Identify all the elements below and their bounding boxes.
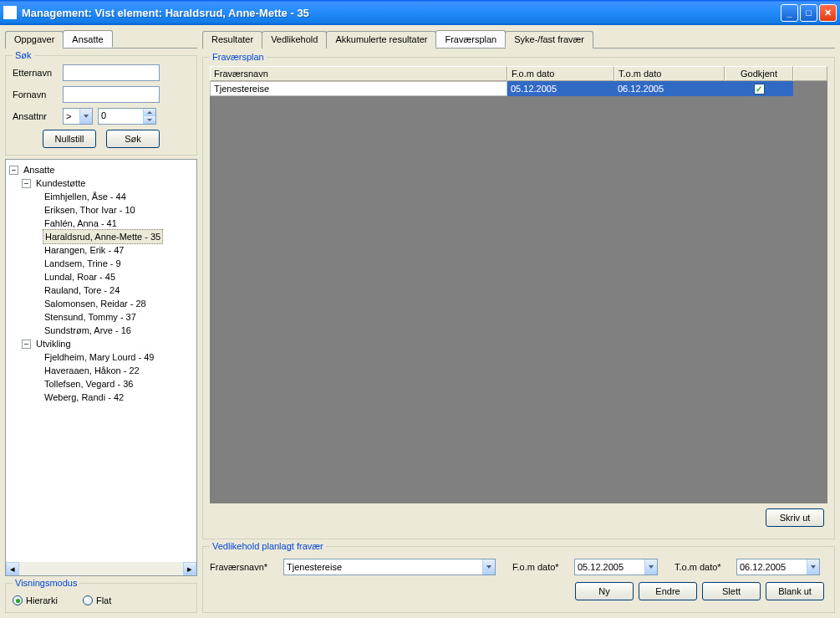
th-tom[interactable]: T.o.m dato <box>614 66 725 81</box>
maint-fieldset: Vedlikehold planlagt fravær Fraværsnavn*… <box>202 546 835 613</box>
tree-item[interactable]: Rauland, Tore - 24 <box>9 283 193 297</box>
tree-item[interactable]: Salomonsen, Reidar - 28 <box>9 297 193 310</box>
chevron-down-icon <box>807 559 819 575</box>
titlebar: ✳ Management: Vist element: Haraldsrud, … <box>0 0 840 25</box>
tree-item[interactable]: Weberg, Randi - 42 <box>9 391 193 404</box>
window-title: Management: Vist element: Haraldsrud, An… <box>22 7 781 19</box>
tree-item[interactable]: Haraldsrud, Anne-Mette - 35 <box>9 230 193 243</box>
search-legend: Søk <box>13 50 34 60</box>
tree-item[interactable]: Harangen, Erik - 47 <box>9 243 193 257</box>
fom-label: F.o.m dato* <box>512 562 566 572</box>
godkjent-checkbox[interactable] <box>754 84 765 94</box>
tree-item[interactable]: Lundal, Roar - 45 <box>9 270 193 283</box>
chevron-down-icon <box>644 559 657 575</box>
scroll-left-icon[interactable]: ◂ <box>6 562 19 575</box>
tab-fravaersplan[interactable]: Fraværsplan <box>435 30 506 48</box>
app-icon: ✳ <box>3 6 17 19</box>
spinner-up-icon[interactable] <box>143 109 155 116</box>
maint-legend: Vedlikehold planlagt fravær <box>210 541 326 551</box>
tree-item[interactable]: Sundstrøm, Arve - 16 <box>9 324 193 337</box>
tree-collapse-icon[interactable]: − <box>9 166 18 175</box>
tree-collapse-icon[interactable]: − <box>22 340 31 349</box>
ansattnr-label: Ansattnr <box>13 111 63 121</box>
radio-flat[interactable]: Flat <box>83 595 111 605</box>
tree-item[interactable]: Fahlén, Anna - 41 <box>9 217 193 230</box>
tab-vedlikehold[interactable]: Vedlikehold <box>262 31 327 49</box>
tree-item[interactable]: Stensund, Tommy - 37 <box>9 310 193 324</box>
tree-item[interactable]: Eriksen, Thor Ivar - 10 <box>9 203 193 217</box>
operator-combo[interactable]: > <box>63 108 93 125</box>
maximize-button[interactable]: □ <box>800 4 817 22</box>
tab-resultater[interactable]: Resultater <box>202 31 262 49</box>
tom-datepicker[interactable]: 06.12.2005 <box>736 559 820 575</box>
fom-datepicker[interactable]: 05.12.2005 <box>574 559 658 575</box>
ny-button[interactable]: Ny <box>575 582 634 600</box>
chevron-down-icon <box>79 109 92 124</box>
fornavn-label: Fornavn <box>13 89 63 100</box>
scrollbar-track[interactable] <box>19 562 183 575</box>
close-button[interactable]: ✕ <box>819 4 837 22</box>
tree-item[interactable]: Tollefsen, Vegard - 36 <box>9 377 193 391</box>
tom-label: T.o.m dato* <box>675 562 728 572</box>
viewmode-fieldset: Visningsmodus Hierarki Flat <box>5 583 197 613</box>
table-row[interactable]: Tjenestereise 05.12.2005 06.12.2005 <box>210 81 827 96</box>
ansattnr-spinner[interactable]: 0 <box>98 108 156 125</box>
fravaersplan-legend: Fraværsplan <box>210 52 267 62</box>
blankut-button[interactable]: Blank ut <box>766 582 824 600</box>
sok-button[interactable]: Søk <box>106 130 160 148</box>
left-tabs: Oppgaver Ansatte <box>5 30 197 49</box>
nullstill-button[interactable]: Nullstill <box>43 130 96 148</box>
endre-button[interactable]: Endre <box>639 582 697 600</box>
tree-item[interactable]: Eimhjellen, Åse - 44 <box>9 190 193 203</box>
right-tabs: Resultater Vedlikehold Akkumulerte resul… <box>202 30 835 49</box>
minimize-button[interactable]: _ <box>781 4 798 22</box>
fravaersplan-fieldset: Fraværsplan Fraværsnavn F.o.m dato T.o.m… <box>202 57 835 539</box>
th-fom[interactable]: F.o.m dato <box>507 66 614 81</box>
tree-item[interactable]: Fjeldheim, Mary Lourd - 49 <box>9 350 193 364</box>
tab-oppgaver[interactable]: Oppgaver <box>5 31 64 49</box>
fravaersnavn-label: Fraværsnavn* <box>210 562 275 572</box>
radio-hierarki[interactable]: Hierarki <box>13 595 58 605</box>
fornavn-input[interactable] <box>63 86 160 103</box>
fravaer-table[interactable]: Fraværsnavn F.o.m dato T.o.m dato Godkje… <box>210 66 827 503</box>
etternavn-label: Etternavn <box>13 68 63 78</box>
scroll-right-icon[interactable]: ▸ <box>183 562 196 575</box>
skrivut-button[interactable]: Skriv ut <box>766 508 824 527</box>
chevron-down-icon <box>482 559 495 575</box>
tab-syke[interactable]: Syke-/fast fravær <box>505 31 593 49</box>
th-spacer <box>793 66 827 81</box>
fravaersnavn-combo[interactable]: Tjenestereise <box>283 559 496 575</box>
th-godkjent[interactable]: Godkjent <box>725 66 793 81</box>
viewmode-legend: Visningsmodus <box>13 578 79 588</box>
search-fieldset: Søk Etternavn Fornavn Ansattnr > 0 <box>5 55 197 156</box>
etternavn-input[interactable] <box>63 64 160 81</box>
tab-ansatte[interactable]: Ansatte <box>63 30 112 48</box>
tree-item[interactable]: Haveraaen, Håkon - 22 <box>9 364 193 377</box>
slett-button[interactable]: Slett <box>702 582 761 600</box>
employee-tree[interactable]: −Ansatte −Kundestøtte Eimhjellen, Åse - … <box>5 159 197 576</box>
tree-item[interactable]: Landsem, Trine - 9 <box>9 257 193 270</box>
th-fravaersnavn[interactable]: Fraværsnavn <box>210 66 507 81</box>
spinner-down-icon[interactable] <box>143 116 155 124</box>
tab-akkumulerte[interactable]: Akkumulerte resultater <box>326 31 436 49</box>
tree-collapse-icon[interactable]: − <box>22 179 31 188</box>
